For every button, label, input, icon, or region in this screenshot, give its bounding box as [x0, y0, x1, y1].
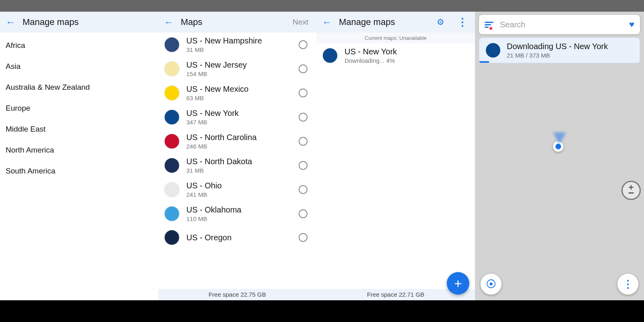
map-name: US - Oregon [186, 233, 292, 242]
region-list: AfricaAsiaAustralia & New ZealandEuropeM… [0, 33, 158, 184]
select-radio[interactable] [299, 209, 308, 218]
map-name: US - Ohio [186, 181, 292, 190]
region-item[interactable]: Asia [0, 56, 158, 77]
card-size: 21 MB / 373 MB [507, 52, 608, 59]
select-radio[interactable] [299, 233, 308, 242]
flag-icon [164, 37, 180, 53]
map-row[interactable]: US - Oregon [158, 226, 316, 249]
select-radio[interactable] [299, 185, 308, 194]
map-row[interactable]: US - North Dakota31 MB [158, 153, 316, 178]
download-status: Downloading... 4% [345, 57, 469, 64]
pane-manage-regions: ← Manage maps AfricaAsiaAustralia & New … [0, 12, 158, 300]
map-name: US - Oklahoma [186, 205, 292, 215]
page-title: Manage maps [23, 17, 153, 27]
search-placeholder: Search [500, 20, 629, 29]
map-row[interactable]: US - New Mexico63 MB [158, 81, 316, 105]
overflow-button[interactable]: ⋮ [617, 274, 638, 295]
map-list: US - New Hampshire31 MBUS - New Jersey15… [158, 33, 316, 289]
region-item[interactable]: Middle East [0, 119, 158, 140]
map-size: 110 MB [186, 215, 292, 222]
select-radio[interactable] [299, 113, 308, 122]
region-item[interactable]: Africa [0, 35, 158, 56]
map-name: US - New Jersey [186, 60, 292, 70]
page-title: Manage maps [339, 17, 426, 27]
map-size: 31 MB [186, 46, 292, 53]
flag-icon [164, 229, 180, 246]
map-row[interactable]: US - New York347 MB [158, 105, 316, 129]
free-space-label: Free space 22.75 GB [158, 289, 316, 300]
flag-icon [164, 182, 180, 198]
download-row[interactable]: US - New York Downloading... 4% [316, 43, 475, 68]
menu-icon[interactable] [485, 21, 493, 29]
flag-icon [164, 85, 180, 101]
map-name: US - New York [345, 47, 469, 56]
more-icon[interactable]: ⋮ [457, 16, 468, 29]
select-radio[interactable] [299, 89, 308, 97]
add-map-button[interactable]: + [447, 272, 469, 295]
map-row[interactable]: US - Ohio241 MB [158, 178, 316, 202]
back-icon[interactable]: ← [322, 17, 332, 27]
locate-button[interactable]: ⦿ [481, 274, 502, 295]
progress-bar [479, 61, 489, 63]
pane-map-view: Search ♥ Downloading US - New York 21 MB… [475, 12, 644, 300]
map-row[interactable]: US - Oklahoma110 MB [158, 202, 316, 226]
flag-icon [164, 206, 180, 222]
back-icon[interactable]: ← [6, 17, 15, 27]
map-size: 63 MB [186, 95, 292, 101]
favorites-icon[interactable]: ♥ [629, 19, 634, 30]
region-item[interactable]: Europe [0, 98, 158, 119]
map-name: US - New Hampshire [186, 36, 292, 45]
zoom-button[interactable]: +− [621, 181, 641, 200]
map-row[interactable]: US - North Carolina246 MB [158, 129, 316, 153]
download-card[interactable]: Downloading US - New York 21 MB / 373 MB [479, 37, 640, 63]
flag-icon [164, 157, 180, 173]
flag-icon [164, 109, 180, 125]
map-row[interactable]: US - New Jersey154 MB [158, 57, 316, 81]
region-item[interactable]: South America [0, 161, 158, 182]
page-title: Maps [181, 17, 285, 27]
map-row[interactable]: US - New Hampshire31 MB [158, 33, 316, 57]
location-marker [553, 132, 566, 152]
map-size: 246 MB [186, 143, 292, 150]
pane-manage-downloads: ← Manage maps ⚙ ⋮ Current maps: Unavaila… [316, 12, 475, 300]
map-name: US - North Dakota [186, 157, 292, 166]
back-icon[interactable]: ← [164, 17, 173, 27]
select-radio[interactable] [299, 161, 308, 170]
map-name: US - North Carolina [186, 133, 292, 142]
flag-icon [164, 133, 180, 149]
flag-icon [485, 42, 501, 58]
region-item[interactable]: Australia & New Zealand [0, 77, 158, 98]
region-item[interactable]: North America [0, 140, 158, 161]
card-title: Downloading US - New York [507, 42, 608, 51]
map-name: US - New Mexico [186, 85, 292, 94]
map-size: 241 MB [186, 191, 292, 198]
map-size: 31 MB [186, 167, 292, 174]
search-bar[interactable]: Search ♥ [479, 15, 640, 34]
select-radio[interactable] [299, 137, 308, 146]
map-size: 347 MB [186, 119, 292, 126]
pane-maps-list: ← Maps Next US - New Hampshire31 MBUS - … [158, 12, 316, 300]
next-button[interactable]: Next [293, 18, 308, 27]
select-radio[interactable] [299, 64, 308, 73]
select-radio[interactable] [299, 40, 308, 49]
map-size: 154 MB [186, 70, 292, 77]
flag-icon [322, 47, 338, 64]
flag-icon [164, 61, 180, 77]
map-name: US - New York [186, 109, 292, 118]
settings-icon[interactable]: ⚙ [437, 17, 444, 27]
status-banner: Current maps: Unavailable [316, 33, 475, 43]
